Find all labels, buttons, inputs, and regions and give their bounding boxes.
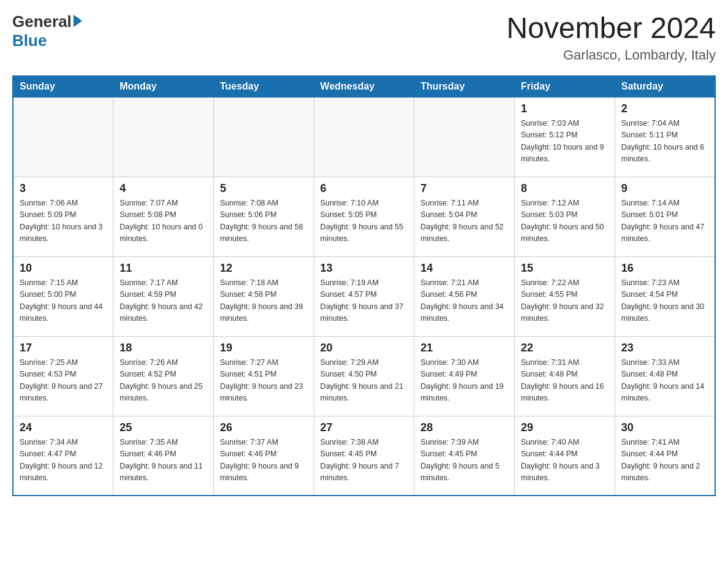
calendar-cell: 2Sunrise: 7:04 AM Sunset: 5:11 PM Daylig… (615, 97, 715, 177)
day-number: 1 (521, 102, 609, 115)
calendar-cell: 3Sunrise: 7:06 AM Sunset: 5:09 PM Daylig… (13, 177, 113, 256)
calendar-cell: 29Sunrise: 7:40 AM Sunset: 4:44 PM Dayli… (515, 416, 615, 496)
day-number: 29 (521, 421, 609, 434)
calendar-cell: 16Sunrise: 7:23 AM Sunset: 4:54 PM Dayli… (615, 256, 715, 336)
day-info: Sunrise: 7:18 AM Sunset: 4:58 PM Dayligh… (220, 277, 308, 325)
day-number: 21 (420, 342, 508, 354)
calendar-cell: 1Sunrise: 7:03 AM Sunset: 5:12 PM Daylig… (515, 97, 615, 177)
day-info: Sunrise: 7:22 AM Sunset: 4:55 PM Dayligh… (521, 277, 609, 325)
day-number: 8 (521, 182, 609, 195)
day-info: Sunrise: 7:17 AM Sunset: 4:59 PM Dayligh… (119, 277, 207, 325)
day-number: 10 (20, 262, 107, 275)
day-number: 18 (119, 342, 207, 354)
logo-general-text: General (12, 12, 72, 31)
calendar-cell: 23Sunrise: 7:33 AM Sunset: 4:48 PM Dayli… (615, 336, 715, 416)
day-info: Sunrise: 7:29 AM Sunset: 4:50 PM Dayligh… (320, 357, 408, 405)
day-info: Sunrise: 7:07 AM Sunset: 5:08 PM Dayligh… (119, 197, 207, 245)
day-info: Sunrise: 7:04 AM Sunset: 5:11 PM Dayligh… (621, 118, 708, 166)
day-info: Sunrise: 7:25 AM Sunset: 4:53 PM Dayligh… (20, 357, 107, 405)
day-info: Sunrise: 7:21 AM Sunset: 4:56 PM Dayligh… (420, 277, 508, 325)
day-number: 3 (20, 182, 107, 195)
calendar-cell: 24Sunrise: 7:34 AM Sunset: 4:47 PM Dayli… (13, 416, 113, 496)
calendar-cell: 22Sunrise: 7:31 AM Sunset: 4:48 PM Dayli… (515, 336, 615, 416)
day-number: 24 (20, 421, 107, 434)
day-info: Sunrise: 7:14 AM Sunset: 5:01 PM Dayligh… (621, 197, 708, 245)
day-number: 7 (420, 182, 508, 195)
calendar-cell: 18Sunrise: 7:26 AM Sunset: 4:52 PM Dayli… (113, 336, 214, 416)
calendar-cell: 12Sunrise: 7:18 AM Sunset: 4:58 PM Dayli… (213, 256, 314, 336)
day-number: 4 (119, 182, 207, 195)
day-info: Sunrise: 7:30 AM Sunset: 4:49 PM Dayligh… (420, 357, 508, 405)
day-number: 19 (220, 342, 308, 354)
calendar-title: November 2024 (506, 12, 716, 45)
weekday-header-saturday: Saturday (615, 75, 715, 97)
day-number: 30 (621, 421, 708, 434)
day-info: Sunrise: 7:10 AM Sunset: 5:05 PM Dayligh… (320, 197, 408, 245)
calendar-cell (414, 97, 515, 177)
day-info: Sunrise: 7:06 AM Sunset: 5:09 PM Dayligh… (20, 197, 107, 245)
calendar-cell (113, 97, 214, 177)
day-info: Sunrise: 7:39 AM Sunset: 4:45 PM Dayligh… (420, 437, 508, 484)
calendar-cell: 6Sunrise: 7:10 AM Sunset: 5:05 PM Daylig… (314, 177, 414, 256)
calendar-cell (213, 97, 314, 177)
weekday-header-wednesday: Wednesday (314, 75, 414, 97)
day-number: 15 (521, 262, 609, 275)
day-info: Sunrise: 7:33 AM Sunset: 4:48 PM Dayligh… (621, 357, 708, 405)
calendar-cell: 21Sunrise: 7:30 AM Sunset: 4:49 PM Dayli… (414, 336, 515, 416)
day-info: Sunrise: 7:03 AM Sunset: 5:12 PM Dayligh… (521, 118, 609, 166)
day-number: 13 (320, 262, 408, 275)
day-info: Sunrise: 7:34 AM Sunset: 4:47 PM Dayligh… (20, 437, 107, 484)
day-info: Sunrise: 7:37 AM Sunset: 4:46 PM Dayligh… (220, 437, 308, 484)
calendar-subtitle: Garlasco, Lombardy, Italy (506, 47, 716, 63)
day-number: 28 (420, 421, 508, 434)
weekday-header-sunday: Sunday (13, 75, 113, 97)
calendar-cell: 14Sunrise: 7:21 AM Sunset: 4:56 PM Dayli… (414, 256, 515, 336)
day-number: 12 (220, 262, 308, 275)
calendar-row-3: 17Sunrise: 7:25 AM Sunset: 4:53 PM Dayli… (13, 336, 715, 416)
calendar-cell (314, 97, 414, 177)
day-number: 26 (220, 421, 308, 434)
calendar-cell: 4Sunrise: 7:07 AM Sunset: 5:08 PM Daylig… (113, 177, 214, 256)
day-number: 27 (320, 421, 408, 434)
day-info: Sunrise: 7:11 AM Sunset: 5:04 PM Dayligh… (420, 197, 508, 245)
title-area: November 2024 Garlasco, Lombardy, Italy (506, 12, 716, 63)
calendar-row-0: 1Sunrise: 7:03 AM Sunset: 5:12 PM Daylig… (13, 97, 715, 177)
calendar-cell: 8Sunrise: 7:12 AM Sunset: 5:03 PM Daylig… (515, 177, 615, 256)
day-number: 5 (220, 182, 308, 195)
calendar-cell: 27Sunrise: 7:38 AM Sunset: 4:45 PM Dayli… (314, 416, 414, 496)
calendar-cell: 13Sunrise: 7:19 AM Sunset: 4:57 PM Dayli… (314, 256, 414, 336)
weekday-header-thursday: Thursday (414, 75, 515, 97)
calendar-cell: 7Sunrise: 7:11 AM Sunset: 5:04 PM Daylig… (414, 177, 515, 256)
calendar-cell: 9Sunrise: 7:14 AM Sunset: 5:01 PM Daylig… (615, 177, 715, 256)
day-info: Sunrise: 7:35 AM Sunset: 4:46 PM Dayligh… (119, 437, 207, 484)
day-number: 25 (119, 421, 207, 434)
logo-triangle-icon (74, 15, 82, 27)
day-info: Sunrise: 7:08 AM Sunset: 5:06 PM Dayligh… (220, 197, 308, 245)
weekday-header-row: SundayMondayTuesdayWednesdayThursdayFrid… (13, 75, 715, 97)
day-info: Sunrise: 7:15 AM Sunset: 5:00 PM Dayligh… (20, 277, 107, 325)
day-number: 20 (320, 342, 408, 354)
day-info: Sunrise: 7:41 AM Sunset: 4:44 PM Dayligh… (621, 437, 708, 484)
calendar-row-2: 10Sunrise: 7:15 AM Sunset: 5:00 PM Dayli… (13, 256, 715, 336)
day-info: Sunrise: 7:31 AM Sunset: 4:48 PM Dayligh… (521, 357, 609, 405)
calendar-cell: 10Sunrise: 7:15 AM Sunset: 5:00 PM Dayli… (13, 256, 113, 336)
day-number: 17 (20, 342, 107, 354)
day-info: Sunrise: 7:26 AM Sunset: 4:52 PM Dayligh… (119, 357, 207, 405)
calendar-cell: 20Sunrise: 7:29 AM Sunset: 4:50 PM Dayli… (314, 336, 414, 416)
day-info: Sunrise: 7:38 AM Sunset: 4:45 PM Dayligh… (320, 437, 408, 484)
calendar-cell: 19Sunrise: 7:27 AM Sunset: 4:51 PM Dayli… (213, 336, 314, 416)
logo-blue-text: Blue (12, 31, 47, 50)
day-number: 16 (621, 262, 708, 275)
calendar-cell: 15Sunrise: 7:22 AM Sunset: 4:55 PM Dayli… (515, 256, 615, 336)
day-number: 11 (119, 262, 207, 275)
calendar-row-1: 3Sunrise: 7:06 AM Sunset: 5:09 PM Daylig… (13, 177, 715, 256)
calendar-table: SundayMondayTuesdayWednesdayThursdayFrid… (12, 75, 716, 497)
weekday-header-friday: Friday (515, 75, 615, 97)
calendar-cell (13, 97, 113, 177)
calendar-cell: 26Sunrise: 7:37 AM Sunset: 4:46 PM Dayli… (213, 416, 314, 496)
day-info: Sunrise: 7:27 AM Sunset: 4:51 PM Dayligh… (220, 357, 308, 405)
calendar-cell: 28Sunrise: 7:39 AM Sunset: 4:45 PM Dayli… (414, 416, 515, 496)
weekday-header-tuesday: Tuesday (213, 75, 314, 97)
day-info: Sunrise: 7:23 AM Sunset: 4:54 PM Dayligh… (621, 277, 708, 325)
day-number: 22 (521, 342, 609, 354)
